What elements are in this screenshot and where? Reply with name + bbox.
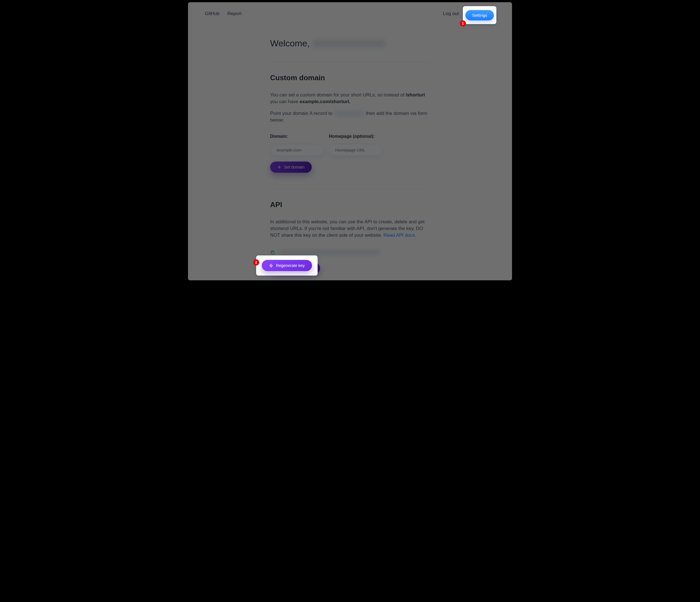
callout-settings: Settings 1 [463, 6, 496, 24]
welcome-heading: Welcome, [270, 38, 430, 57]
redacted-api-key [279, 250, 380, 255]
callout-regenerate: Regenerate key 2 [256, 256, 318, 275]
app-window: GitHub Report Log out Settings Welcome, … [188, 2, 512, 280]
custom-domain-intro: You can set a custom domain for your sho… [270, 92, 430, 105]
regenerate-key-button-highlight[interactable]: Regenerate key [262, 260, 312, 271]
callout-badge-2: 2 [253, 259, 259, 265]
set-domain-label: Set domain [284, 165, 304, 169]
nav-logout[interactable]: Log out [443, 11, 459, 17]
homepage-label: Homepage (optional): [329, 134, 382, 139]
domain-form: Domain: Homepage (optional): [270, 134, 430, 156]
api-title: API [270, 200, 430, 209]
regenerate-key-label: Regenerate key [276, 263, 304, 268]
nav-github[interactable]: GitHub [205, 11, 220, 17]
svg-marker-4 [270, 264, 273, 267]
domain-input[interactable] [270, 144, 324, 156]
api-key-row [270, 250, 430, 255]
redacted-email [312, 40, 385, 48]
homepage-input[interactable] [329, 144, 382, 156]
custom-domain-title: Custom domain [270, 73, 430, 82]
set-domain-button[interactable]: Set domain [270, 162, 312, 173]
copy-icon[interactable] [270, 250, 275, 255]
domain-label: Domain: [270, 134, 324, 139]
custom-domain-point: Point your domain A record to then add t… [270, 110, 430, 123]
plus-icon [277, 165, 281, 169]
svg-rect-2 [272, 251, 274, 254]
settings-button-highlight[interactable]: Settings [465, 10, 494, 20]
api-docs-link[interactable]: Read API docs. [383, 233, 416, 238]
divider [270, 189, 430, 189]
api-description: In additional to this website, you can u… [270, 219, 430, 239]
redacted-ip [334, 112, 364, 116]
callout-badge-1: 1 [460, 20, 466, 27]
content: Welcome, Custom domain You can set a cus… [270, 38, 430, 274]
nav-report[interactable]: Report [227, 11, 242, 17]
welcome-prefix: Welcome, [270, 38, 310, 49]
zap-icon [269, 264, 273, 268]
